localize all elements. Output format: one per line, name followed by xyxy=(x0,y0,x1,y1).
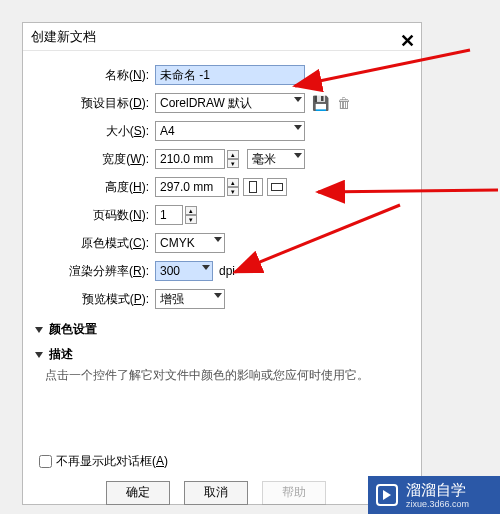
expand-icon xyxy=(35,352,43,358)
noshow-label: 不再显示此对话框(A) xyxy=(56,453,168,470)
orientation-portrait-button[interactable] xyxy=(243,178,263,196)
chevron-down-icon xyxy=(214,293,222,298)
help-button[interactable]: 帮助 xyxy=(262,481,326,505)
description-text: 点击一个控件了解它对文件中颜色的影响或您应何时使用它。 xyxy=(35,363,397,396)
close-icon[interactable]: ✕ xyxy=(400,27,415,55)
ok-button[interactable]: 确定 xyxy=(106,481,170,505)
watermark-badge: 溜溜自学 zixue.3d66.com xyxy=(368,476,500,514)
preview-combo[interactable]: 增强 xyxy=(155,289,225,309)
chevron-down-icon xyxy=(214,237,222,242)
height-input[interactable] xyxy=(155,177,225,197)
noshow-checkbox[interactable] xyxy=(39,455,52,468)
preset-combo[interactable]: CorelDRAW 默认 xyxy=(155,93,305,113)
expand-icon xyxy=(35,327,43,333)
width-label: 宽度(W): xyxy=(35,151,155,168)
pages-spinner[interactable]: ▴▾ xyxy=(185,206,197,224)
name-label: 名称(N): xyxy=(35,67,155,84)
chevron-down-icon xyxy=(294,125,302,130)
pages-input[interactable] xyxy=(155,205,183,225)
preview-label: 预览模式(P): xyxy=(35,291,155,308)
chevron-down-icon xyxy=(294,97,302,102)
preset-label: 预设目标(D): xyxy=(35,95,155,112)
new-document-dialog: 创建新文档 ✕ 名称(N): 预设目标(D): CorelDRAW 默认 💾 🗑… xyxy=(22,22,422,505)
watermark-sub: zixue.3d66.com xyxy=(406,500,469,509)
noshow-row[interactable]: 不再显示此对话框(A) xyxy=(35,452,397,471)
colormode-combo[interactable]: CMYK xyxy=(155,233,225,253)
height-spinner[interactable]: ▴▾ xyxy=(227,178,239,196)
dialog-titlebar: 创建新文档 ✕ xyxy=(23,23,421,51)
resolution-unit: dpi xyxy=(219,264,235,278)
chevron-down-icon xyxy=(202,265,210,270)
width-input[interactable] xyxy=(155,149,225,169)
width-unit-combo[interactable]: 毫米 xyxy=(247,149,305,169)
watermark-name: 溜溜自学 xyxy=(406,481,469,500)
desc-section-header[interactable]: 描述 xyxy=(35,346,397,363)
orientation-landscape-button[interactable] xyxy=(267,178,287,196)
size-label: 大小(S): xyxy=(35,123,155,140)
cancel-button[interactable]: 取消 xyxy=(184,481,248,505)
resolution-label: 渲染分辨率(R): xyxy=(35,263,155,280)
pages-label: 页码数(N): xyxy=(35,207,155,224)
chevron-down-icon xyxy=(294,153,302,158)
colormode-label: 原色模式(C): xyxy=(35,235,155,252)
delete-preset-icon[interactable]: 🗑 xyxy=(335,94,353,112)
save-preset-icon[interactable]: 💾 xyxy=(311,94,329,112)
size-combo[interactable]: A4 xyxy=(155,121,305,141)
play-icon xyxy=(376,484,398,506)
resolution-combo[interactable]: 300 xyxy=(155,261,213,281)
color-section-header[interactable]: 颜色设置 xyxy=(35,321,397,338)
width-spinner[interactable]: ▴▾ xyxy=(227,150,239,168)
dialog-title: 创建新文档 xyxy=(31,29,96,44)
name-input[interactable] xyxy=(155,65,305,85)
height-label: 高度(H): xyxy=(35,179,155,196)
